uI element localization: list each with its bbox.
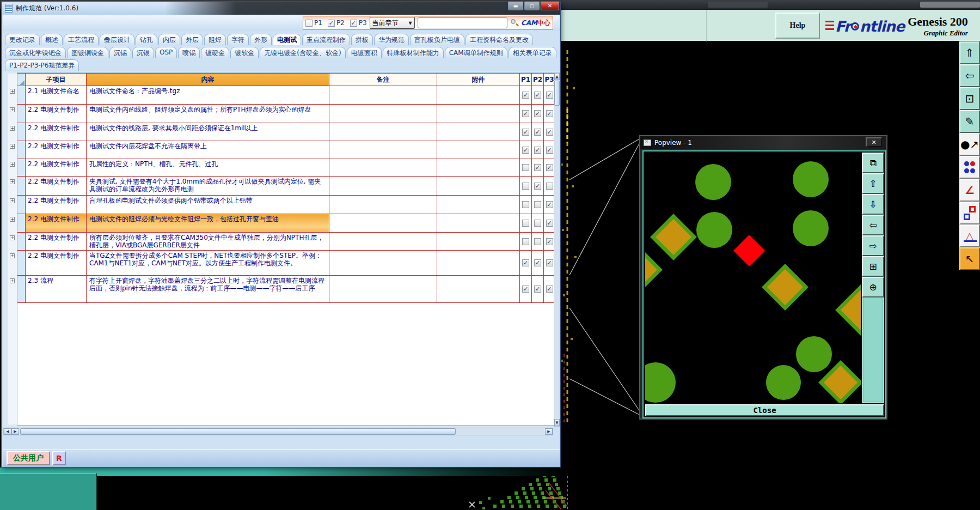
tab-更改记录[interactable]: 更改记录 (5, 34, 40, 45)
import-icon[interactable]: ⇦ (959, 64, 980, 87)
popview-close-button[interactable]: Close (645, 404, 884, 416)
tab-外形[interactable]: 外形 (250, 34, 272, 45)
p1-checkbox[interactable] (522, 238, 529, 245)
popview-titlebar[interactable]: Popview - 1 ✕ (640, 136, 886, 149)
search-icon[interactable] (510, 19, 518, 27)
horizontal-scrollbar[interactable]: ◀ ▶ ▶ (3, 428, 553, 435)
p1-checkbox[interactable] (522, 164, 529, 171)
tab-拼板[interactable]: 拼板 (351, 34, 373, 45)
p2-checkbox[interactable]: ✓ (534, 92, 541, 99)
tab-镀硬金[interactable]: 镀硬金 (201, 47, 229, 58)
tab-喷锡[interactable]: 喷锡 (178, 47, 200, 58)
tab-叠层设计[interactable]: 叠层设计 (100, 34, 134, 45)
measure-icon[interactable]: ∠ (959, 179, 980, 202)
tab-OSP[interactable]: OSP (155, 47, 177, 58)
pan-down-icon[interactable]: ⇩ (862, 194, 884, 215)
pan-right-icon[interactable]: ⇨ (862, 235, 884, 256)
minimize-button[interactable]: ▬ (508, 2, 523, 10)
tab-工艺流程[interactable]: 工艺流程 (64, 34, 99, 45)
search-input[interactable] (418, 17, 507, 28)
tree-expand-icon[interactable]: + (10, 198, 15, 203)
table-row[interactable]: 2.2 电测文件制作电测试文件内的线路、阻焊须定义盘的属性；所有PTH焊盘必须为… (17, 105, 555, 123)
tree-expand-icon[interactable]: + (10, 217, 15, 222)
tab-沉锡[interactable]: 沉锡 (109, 47, 131, 58)
close-button[interactable]: ✕ (541, 2, 559, 10)
p3-checkbox[interactable]: ✓ (546, 110, 553, 117)
tab-特殊板材制作能力[interactable]: 特殊板材制作能力 (383, 47, 444, 58)
r-button[interactable]: R (52, 451, 66, 465)
tab-电镀面积[interactable]: 电镀面积 (347, 47, 382, 58)
paste-icon[interactable]: ⇑ (959, 41, 980, 64)
tab-相关表单记录[interactable]: 相关表单记录 (509, 47, 556, 58)
tree-expand-icon[interactable]: + (10, 126, 15, 131)
tree-expand-icon[interactable]: + (10, 107, 15, 112)
pan-left-icon[interactable]: ⇦ (862, 215, 884, 235)
p2-checkbox[interactable]: ✓ (534, 147, 541, 154)
p1-checkbox[interactable] (305, 20, 313, 27)
tab-概述[interactable]: 概述 (41, 34, 63, 45)
tab-图镀铜镍金[interactable]: 图镀铜镍金 (67, 47, 108, 58)
p2-checkbox[interactable]: ✓ (534, 164, 541, 171)
tab-华为规范[interactable]: 华为规范 (374, 34, 409, 45)
p3-checkbox[interactable]: ✓ (546, 147, 553, 154)
tab-外层[interactable]: 外层 (181, 34, 203, 45)
p1-checkbox[interactable]: ✓ (522, 129, 529, 136)
p1-checkbox[interactable]: ✓ (522, 147, 529, 154)
p1-checkbox[interactable]: ✓ (522, 110, 529, 117)
p1-checkbox[interactable]: ✓ (522, 286, 529, 293)
tree-expand-icon[interactable]: + (10, 144, 15, 149)
p3-checkbox[interactable]: ✓ (546, 238, 553, 245)
p1-checkbox[interactable]: ✓ (522, 259, 529, 266)
table-row[interactable]: 2.2 电测文件制作夹具测试, 文件需要有4个大于1.0mm的成品孔径才可以做夹… (17, 177, 555, 196)
scroll-right-icon[interactable]: ▶ (545, 428, 553, 435)
table-row[interactable]: 2.2 电测文件制作电测试文件内层花焊盘不允许在隔离带上✓✓✓ (17, 141, 555, 159)
scroll-left-icon[interactable]: ◀ (4, 428, 11, 435)
p3-checkbox[interactable]: ✓ (546, 129, 553, 136)
tab-内层[interactable]: 内层 (158, 34, 180, 45)
zoom-expand-icon[interactable]: ⊕ (862, 277, 884, 298)
maximize-button[interactable]: ▢ (524, 2, 540, 10)
tab-钻孔[interactable]: 钻孔 (136, 34, 157, 45)
table-row[interactable]: 2.2 电测文件制作所有层必须对位整齐，且要求在CAM350文件中生成单独层，分… (17, 233, 555, 251)
table-row[interactable]: 2.1 电测文件命名电测试文件命名：产品编号.tgz✓✓✓ (17, 86, 555, 105)
chapter-select[interactable]: 当前章节▼ (370, 17, 415, 29)
tab-镀软金[interactable]: 镀软金 (230, 47, 259, 58)
select-cursor-icon[interactable]: ↖ (959, 247, 980, 270)
p2-checkbox[interactable]: ✓ (534, 110, 541, 117)
move-copy-icon[interactable]: ●↗ (959, 133, 980, 156)
tree-expand-icon[interactable]: + (10, 253, 15, 258)
p1-checkbox[interactable] (522, 183, 529, 190)
hscroll-thumb[interactable] (20, 428, 456, 435)
table-row[interactable]: 2.2 电测文件制作电测试文件的阻焊必须与光绘文件阻焊一致，包括过孔开窗与盖油✓ (17, 214, 555, 233)
p2-checkbox[interactable] (534, 220, 541, 227)
help-button[interactable]: Help (775, 13, 820, 39)
p2-checkbox[interactable]: ✓ (534, 286, 541, 293)
p3-checkbox[interactable]: ✓ (546, 92, 553, 99)
table-row[interactable]: 2.2 电测文件制作当TGZ文件需要拆分成多个CAM STEP时，NET也要相应… (17, 251, 555, 276)
p3-checkbox[interactable]: ✓ (350, 20, 357, 27)
p1-checkbox[interactable]: ✓ (522, 92, 529, 99)
tab-沉银[interactable]: 沉银 (132, 47, 154, 58)
table-row[interactable]: 2.2 电测文件制作电测试文件的线路层, 要求其最小间距必须保证在1mil以上✓… (17, 123, 555, 141)
tab-无镍电镀金(含硬金、软金)[interactable]: 无镍电镀金(含硬金、软金) (260, 47, 345, 58)
popview-close-x-button[interactable]: ✕ (866, 137, 882, 147)
table-row[interactable]: 2.3 流程有字符上开窗焊盘，字符油墨盖焊盘三分之二以上时，字符流程需调整在电测… (17, 276, 555, 303)
public-user-button[interactable]: 公共用户 (7, 451, 50, 465)
p3-checkbox[interactable] (546, 183, 553, 190)
popview-canvas[interactable] (645, 153, 861, 403)
p2-checkbox[interactable]: ✓ (534, 129, 541, 136)
tab-P1-P2-P3-P6规范差异[interactable]: P1-P2-P3-P6规范差异 (5, 59, 79, 71)
tree-expand-icon[interactable]: + (10, 179, 15, 184)
p1-checkbox[interactable] (522, 220, 529, 227)
highlight-icon[interactable]: △ (959, 224, 980, 247)
tree-expand-icon[interactable]: + (10, 89, 15, 94)
fit-view-icon[interactable]: ⊡ (959, 87, 980, 110)
p3-checkbox[interactable]: ✓ (546, 220, 553, 227)
p3-checkbox[interactable]: ✓ (546, 201, 553, 208)
vertical-scrollbar[interactable]: ▲ ▼ (554, 72, 560, 427)
netlist-icon[interactable] (959, 156, 980, 179)
tab-盲孔板负片电镀[interactable]: 盲孔板负片电镀 (410, 34, 464, 45)
p3-checkbox[interactable]: ✓ (546, 164, 553, 171)
p3-checkbox[interactable]: ✓ (546, 286, 553, 293)
tab-工程资料命名及更改[interactable]: 工程资料命名及更改 (465, 34, 533, 45)
